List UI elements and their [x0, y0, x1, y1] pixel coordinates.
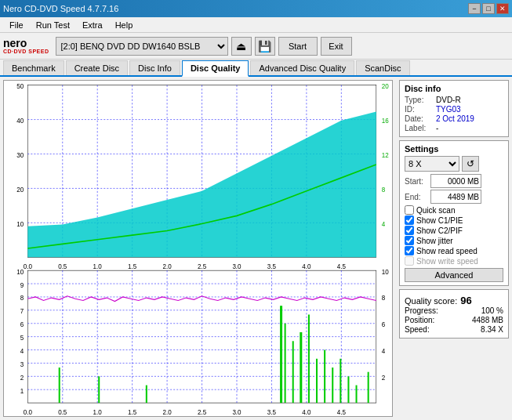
- refresh-button[interactable]: ↺: [462, 156, 479, 172]
- tab-disc-info[interactable]: Disc Info: [129, 60, 180, 75]
- end-label: End:: [405, 193, 428, 201]
- date-label: Date:: [405, 114, 433, 123]
- svg-text:3.5: 3.5: [267, 407, 276, 416]
- svg-text:1.0: 1.0: [93, 262, 102, 270]
- disc-label-label: Label:: [405, 124, 433, 132]
- titlebar-title: Nero CD-DVD Speed 4.7.7.16: [3, 4, 118, 13]
- start-button[interactable]: Start: [278, 37, 318, 56]
- exit-button[interactable]: Exit: [321, 37, 352, 56]
- svg-text:3.5: 3.5: [267, 262, 276, 270]
- show-read-speed-checkbox[interactable]: [405, 246, 414, 255]
- menubar: File Run Test Extra Help: [0, 17, 512, 33]
- svg-text:4.5: 4.5: [337, 407, 346, 416]
- svg-text:2.0: 2.0: [162, 262, 171, 270]
- disc-info-box: Disc info Type: DVD-R ID: TYG03 Date: 2 …: [399, 80, 509, 137]
- svg-text:2: 2: [20, 373, 24, 382]
- svg-text:6: 6: [382, 320, 386, 329]
- start-input[interactable]: [430, 174, 481, 188]
- save-button[interactable]: 💾: [255, 37, 275, 56]
- progress-area: Quality score: 96 Progress: 100 % Positi…: [399, 289, 509, 339]
- close-button[interactable]: ✕: [496, 3, 509, 14]
- type-value: DVD-R: [436, 96, 461, 104]
- svg-text:20: 20: [382, 82, 389, 91]
- tab-disc-quality[interactable]: Disc Quality: [182, 60, 249, 77]
- svg-text:3.0: 3.0: [232, 262, 241, 270]
- id-value: TYG03: [436, 105, 461, 114]
- quick-scan-label: Quick scan: [416, 206, 455, 215]
- disc-info-title: Disc info: [405, 84, 503, 93]
- nero-logo-bottom: CD·DVD SPEED: [3, 49, 49, 54]
- toolbar: nero CD·DVD SPEED [2:0] BENQ DVD DD DW16…: [0, 33, 512, 60]
- svg-text:10: 10: [16, 267, 24, 276]
- svg-text:2.5: 2.5: [198, 262, 206, 270]
- svg-text:1.5: 1.5: [128, 262, 136, 270]
- svg-text:50: 50: [16, 82, 24, 91]
- svg-text:1.5: 1.5: [128, 407, 136, 416]
- svg-text:16: 16: [382, 117, 389, 125]
- tab-advanced-disc-quality[interactable]: Advanced Disc Quality: [250, 60, 354, 75]
- svg-text:30: 30: [16, 151, 24, 160]
- show-jitter-checkbox[interactable]: [405, 236, 414, 245]
- svg-text:10: 10: [16, 219, 24, 228]
- titlebar: Nero CD-DVD Speed 4.7.7.16 − □ ✕: [0, 0, 512, 17]
- speed-value: 8.34 X: [481, 325, 503, 334]
- svg-text:4: 4: [20, 347, 24, 356]
- svg-text:0.0: 0.0: [24, 262, 32, 270]
- quality-score-label: Quality score:: [405, 296, 457, 306]
- svg-text:7: 7: [20, 307, 24, 316]
- tabs: Benchmark Create Disc Disc Info Disc Qua…: [0, 60, 512, 77]
- svg-text:3.0: 3.0: [232, 407, 241, 416]
- svg-text:0.5: 0.5: [58, 407, 67, 416]
- advanced-button[interactable]: Advanced: [405, 268, 503, 282]
- svg-text:4: 4: [382, 347, 386, 356]
- svg-text:8: 8: [20, 294, 24, 302]
- drive-select[interactable]: [2:0] BENQ DVD DD DW1640 BSLB: [56, 37, 228, 56]
- charts-svg: 50 40 30 20 10 20 16 12 8 4 0.0 0.5 1.0 …: [4, 81, 392, 416]
- show-write-speed-checkbox[interactable]: [405, 256, 414, 266]
- end-input[interactable]: [430, 190, 481, 204]
- menu-extra[interactable]: Extra: [76, 19, 109, 31]
- disc-label-value: -: [436, 124, 438, 132]
- svg-text:40: 40: [16, 117, 24, 125]
- svg-text:0.5: 0.5: [58, 262, 67, 270]
- maximize-button[interactable]: □: [482, 3, 495, 14]
- position-value: 4488 MB: [472, 316, 503, 324]
- svg-text:5: 5: [20, 334, 24, 342]
- speed-select[interactable]: 8 X Max 1 X 2 X 4 X 6 X 12 X 16 X: [405, 156, 459, 172]
- svg-text:3: 3: [20, 360, 24, 369]
- show-c1-pie-checkbox[interactable]: [405, 215, 414, 225]
- svg-text:8: 8: [382, 185, 386, 194]
- minimize-button[interactable]: −: [468, 3, 481, 14]
- type-label: Type:: [405, 96, 433, 104]
- eject-button[interactable]: ⏏: [231, 37, 252, 56]
- svg-text:8: 8: [382, 294, 386, 302]
- quality-score-value: 96: [460, 295, 471, 306]
- right-panel: Disc info Type: DVD-R ID: TYG03 Date: 2 …: [396, 77, 512, 420]
- show-c2-pif-label: Show C2/PIF: [416, 226, 463, 235]
- svg-text:20: 20: [16, 185, 24, 194]
- show-c2-pif-checkbox[interactable]: [405, 226, 414, 235]
- show-jitter-label: Show jitter: [416, 237, 453, 245]
- svg-text:6: 6: [20, 320, 24, 329]
- progress-value: 100 %: [481, 306, 503, 315]
- main-content: 50 40 30 20 10 20 16 12 8 4 0.0 0.5 1.0 …: [0, 77, 512, 420]
- menu-run-test[interactable]: Run Test: [30, 19, 76, 31]
- quick-scan-checkbox[interactable]: [405, 205, 414, 215]
- tab-benchmark[interactable]: Benchmark: [3, 60, 64, 75]
- start-label: Start:: [405, 177, 428, 186]
- date-value: 2 Oct 2019: [436, 114, 474, 123]
- settings-title: Settings: [405, 144, 503, 154]
- svg-text:0.0: 0.0: [24, 407, 32, 416]
- svg-text:2.0: 2.0: [162, 407, 171, 416]
- svg-text:9: 9: [20, 281, 24, 289]
- svg-text:4.0: 4.0: [302, 407, 310, 416]
- show-write-speed-label: Show write speed: [416, 257, 478, 266]
- tab-scandisc[interactable]: ScanDisc: [356, 60, 409, 75]
- svg-text:4.0: 4.0: [302, 262, 310, 270]
- menu-file[interactable]: File: [3, 19, 30, 31]
- titlebar-controls: − □ ✕: [468, 3, 509, 14]
- tab-create-disc[interactable]: Create Disc: [66, 60, 128, 75]
- settings-box: Settings 8 X Max 1 X 2 X 4 X 6 X 12 X 16…: [399, 140, 509, 286]
- menu-help[interactable]: Help: [109, 19, 140, 31]
- nero-logo: nero CD·DVD SPEED: [3, 38, 49, 54]
